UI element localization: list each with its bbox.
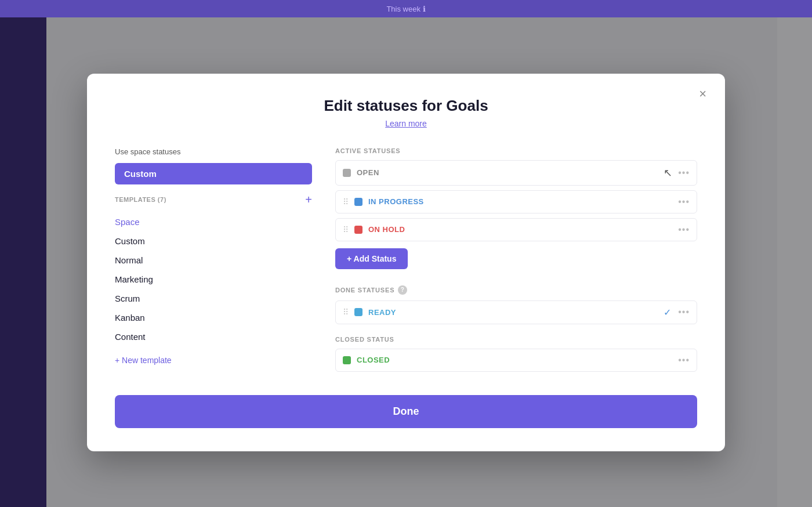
modal-body: Use space statuses Custom TEMPLATES (7) … xyxy=(115,147,697,376)
ready-label: READY xyxy=(368,308,658,317)
on-hold-menu-icon[interactable]: ••• xyxy=(678,224,690,235)
new-template-link[interactable]: + New template xyxy=(115,356,172,365)
template-list: Space Custom Normal Marketing Scrum Kanb… xyxy=(115,212,312,346)
status-row-closed: CLOSED ••• xyxy=(335,349,697,372)
ready-dot xyxy=(354,308,362,316)
closed-status-label: CLOSED STATUS xyxy=(335,336,697,343)
template-item-scrum[interactable]: Scrum xyxy=(115,289,312,308)
done-statuses-label: DONE STATUSES ? xyxy=(335,285,697,295)
done-button[interactable]: Done xyxy=(115,395,697,428)
templates-label: TEMPLATES (7) xyxy=(115,196,166,203)
ready-menu-icon[interactable]: ••• xyxy=(678,307,690,317)
on-hold-dot xyxy=(354,226,362,234)
done-help-icon[interactable]: ? xyxy=(398,285,407,295)
status-row-in-progress: ⠿ IN PROGRESS ••• xyxy=(335,190,697,213)
in-progress-dot xyxy=(354,198,362,206)
template-item-space[interactable]: Space xyxy=(115,212,312,231)
status-row-open: OPEN ↖ ••• xyxy=(335,160,697,186)
close-button[interactable]: × xyxy=(694,85,711,103)
template-item-kanban[interactable]: Kanban xyxy=(115,308,312,327)
active-statuses-label: ACTIVE STATUSES xyxy=(335,147,697,154)
modal-overlay: × Edit statuses for Goals Learn more Use… xyxy=(0,17,812,507)
left-panel: Use space statuses Custom TEMPLATES (7) … xyxy=(115,147,312,376)
open-dot xyxy=(343,169,351,177)
cursor-indicator: ↖ xyxy=(664,166,672,179)
use-space-statuses-label: Use space statuses xyxy=(115,147,312,156)
closed-menu-icon[interactable]: ••• xyxy=(678,355,690,365)
in-progress-drag-handle[interactable]: ⠿ xyxy=(343,197,349,207)
right-panel: ACTIVE STATUSES OPEN ↖ ••• ⠿ IN PROGRESS xyxy=(335,147,697,376)
top-bar: This week ℹ xyxy=(0,0,812,17)
top-bar-info-icon: ℹ xyxy=(423,5,426,13)
status-row-ready: ⠿ READY ✓ ••• xyxy=(335,300,697,324)
in-progress-menu-icon[interactable]: ••• xyxy=(678,197,690,207)
on-hold-label: ON HOLD xyxy=(368,225,672,234)
on-hold-drag-handle[interactable]: ⠿ xyxy=(343,225,349,234)
learn-more-link[interactable]: Learn more xyxy=(385,119,427,128)
templates-header: TEMPLATES (7) + xyxy=(115,194,312,205)
in-progress-label: IN PROGRESS xyxy=(368,197,672,206)
edit-statuses-modal: × Edit statuses for Goals Learn more Use… xyxy=(87,74,725,451)
closed-dot xyxy=(343,356,351,364)
template-item-marketing[interactable]: Marketing xyxy=(115,270,312,289)
template-item-content[interactable]: Content xyxy=(115,327,312,346)
templates-add-icon[interactable]: + xyxy=(305,194,312,205)
modal-subtitle: Learn more xyxy=(115,118,697,129)
template-item-custom[interactable]: Custom xyxy=(115,231,312,251)
open-menu-icon[interactable]: ••• xyxy=(678,168,690,178)
ready-drag-handle[interactable]: ⠿ xyxy=(343,307,349,317)
open-label: OPEN xyxy=(357,168,658,177)
modal-title: Edit statuses for Goals xyxy=(115,97,697,115)
top-bar-title: This week xyxy=(386,5,420,13)
status-row-on-hold: ⠿ ON HOLD ••• xyxy=(335,218,697,241)
app-background: × Edit statuses for Goals Learn more Use… xyxy=(0,17,812,507)
closed-label: CLOSED xyxy=(357,356,672,364)
ready-check-icon: ✓ xyxy=(664,307,671,318)
add-status-button[interactable]: + Add Status xyxy=(335,248,408,269)
template-item-normal[interactable]: Normal xyxy=(115,251,312,270)
custom-selected-item[interactable]: Custom xyxy=(115,163,312,184)
